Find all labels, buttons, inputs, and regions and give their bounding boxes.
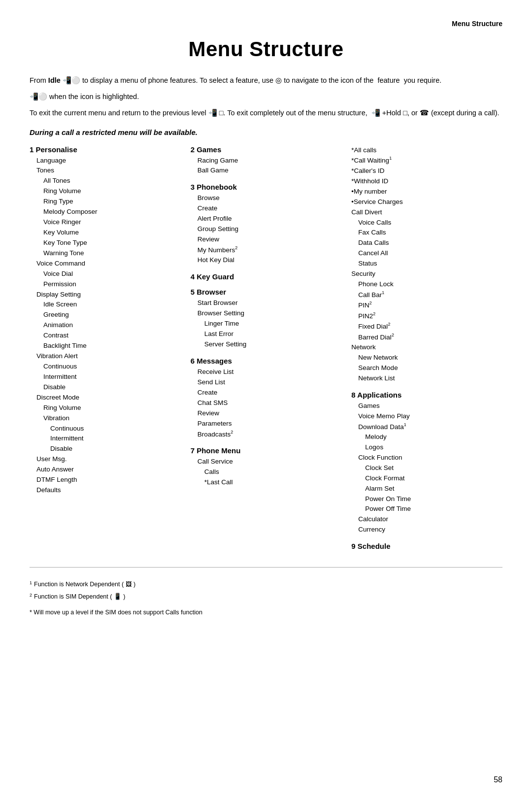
section-7-title: Phone Menu [197, 446, 240, 455]
list-item: Ring Type [30, 197, 181, 207]
intro-section: From Idle 📲⚪ to display a menu of phone … [30, 75, 502, 119]
footnote-2-text: Function is SIM Dependent ( 📱 ) [34, 592, 126, 602]
list-item: Fax Calls [351, 228, 502, 238]
section-4-number: 4 [191, 272, 197, 281]
list-item: Discreet Mode [30, 393, 181, 403]
list-item: Calculator [351, 514, 502, 525]
section-6-title: Messages [197, 357, 232, 365]
footnote-1-text: Function is Network Dependent ( 🖼 ) [34, 579, 135, 590]
section-5-header: 5 Browser [191, 288, 342, 296]
section-4-title: Key Guard [197, 272, 234, 281]
list-item: *Withhold ID [351, 176, 502, 187]
list-item: Security [351, 269, 502, 279]
section-4-header: 4 Key Guard [191, 272, 342, 281]
section-2-number: 2 [191, 145, 197, 154]
list-item: Voice Command [30, 259, 181, 269]
intro-line3: To exit the current menu and return to t… [30, 107, 502, 119]
list-item: Power On Time [351, 494, 502, 504]
footnote-2: 2 Function is SIM Dependent ( 📱 ) [30, 592, 502, 603]
section-9-title: Schedule [358, 542, 391, 550]
list-item: Broadcasts2 [191, 429, 342, 439]
list-item: Idle Screen [30, 300, 181, 310]
list-item: Logos [351, 442, 502, 453]
list-item: Create [191, 203, 342, 214]
list-item: Ring Volume [30, 186, 181, 197]
list-item: Power Off Time [351, 504, 502, 514]
section-1-header: 1 Personalise [30, 145, 181, 154]
list-item: Voice Memo Play [351, 411, 502, 422]
list-item: Download Data1 [351, 422, 502, 432]
list-item: Fixed Dial2 [351, 321, 502, 332]
list-item: PIN2 [351, 300, 502, 310]
list-item: Review [191, 408, 342, 419]
list-item: Ring Volume [30, 403, 181, 413]
list-item: Disable [30, 444, 181, 454]
list-item: Calls [191, 467, 342, 477]
list-item: Disable [30, 382, 181, 393]
warning-note: * Will move up a level if the SIM does n… [30, 607, 502, 618]
list-item: Search Mode [351, 363, 502, 373]
section-6-number: 6 [191, 357, 197, 365]
list-item: Key Tone Type [30, 238, 181, 248]
intro-line1: From Idle 📲⚪ to display a menu of phone … [30, 75, 502, 86]
list-item: Intermittent [30, 372, 181, 382]
list-item: Continuous [30, 362, 181, 372]
list-item: Alarm Set [351, 484, 502, 494]
list-item: Defaults [30, 485, 181, 496]
list-item: Animation [30, 320, 181, 331]
column-3: *All calls *Call Waiting1 *Caller's ID *… [351, 145, 502, 553]
header-title: Menu Structure [452, 20, 502, 28]
list-item: Continuous [30, 424, 181, 434]
column-2: 2 Games Racing Game Ball Game 3 Phoneboo… [191, 145, 352, 488]
list-item: Network [351, 342, 502, 353]
section-7-header: 7 Phone Menu [191, 446, 342, 455]
list-item: Server Setting [191, 339, 342, 350]
menu-columns: 1 Personalise Language Tones All Tones R… [30, 145, 502, 553]
page-header: Menu Structure [30, 20, 502, 28]
section-1-number: 1 [30, 145, 36, 154]
list-item: Clock Set [351, 463, 502, 473]
section-9-number: 9 [351, 542, 358, 550]
section-2-header: 2 Games [191, 145, 342, 154]
list-item: Status [351, 259, 502, 269]
list-item: •Service Charges [351, 197, 502, 207]
page-number: 58 [494, 775, 502, 784]
list-item: Barred Dial2 [351, 332, 502, 342]
list-item: Display Setting [30, 290, 181, 300]
list-item: PIN22 [351, 311, 502, 321]
section-9-header: 9 Schedule [351, 542, 502, 550]
section-3-number: 3 [191, 183, 197, 191]
list-item: Voice Dial [30, 269, 181, 279]
intro-line2: 📲⚪ when the icon is highlighted. [30, 91, 502, 102]
footnotes-section: 1 Function is Network Dependent ( 🖼 ) 2 … [30, 579, 502, 618]
list-item: Create [191, 388, 342, 398]
section-6-header: 6 Messages [191, 357, 342, 365]
list-item: Language [30, 156, 181, 166]
column-1: 1 Personalise Language Tones All Tones R… [30, 145, 191, 496]
section-2-title: Games [197, 145, 221, 154]
list-item: Greeting [30, 310, 181, 320]
list-item: User Msg. [30, 454, 181, 465]
list-item: Network List [351, 373, 502, 384]
section-5-number: 5 [191, 288, 197, 296]
list-item: Games [351, 401, 502, 411]
list-item: Browse [191, 193, 342, 203]
list-item: New Network [351, 353, 502, 363]
list-item: Linger Time [191, 319, 342, 329]
list-item: Backlight Time [30, 341, 181, 351]
list-item: Auto Answer [30, 465, 181, 475]
list-item: Cancel All [351, 248, 502, 259]
list-item: Alert Profile [191, 214, 342, 224]
list-item: Currency [351, 525, 502, 535]
section-7-number: 7 [191, 446, 197, 455]
section-8-number: 8 [351, 391, 357, 399]
list-item: Group Setting [191, 224, 342, 234]
list-item: Send List [191, 377, 342, 388]
list-item: •My number [351, 187, 502, 197]
section-8-header: 8 Applications [351, 391, 502, 399]
list-item: *Last Call [191, 477, 342, 488]
list-item: Hot Key Dial [191, 255, 342, 266]
restricted-note: During a call a restricted menu will be … [30, 128, 502, 136]
list-item: Parameters [191, 419, 342, 429]
list-item: *All calls [351, 145, 502, 156]
